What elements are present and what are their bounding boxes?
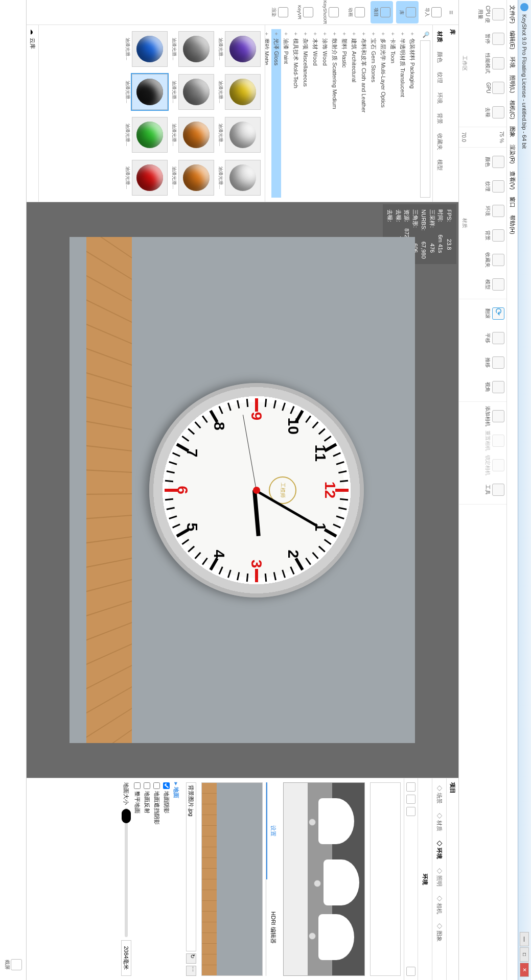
add-env-icon[interactable] [406,782,415,792]
hdri-light-1[interactable] [318,798,354,844]
menu-图象[interactable]: 图象 [507,123,517,140]
ribbon-工具[interactable]: 工具 [484,480,504,500]
ribbon-锁定相机[interactable]: 锁定相机 [484,455,504,475]
screenshot-button[interactable]: 截屏 [4,954,22,975]
tree-item[interactable]: 光泽 Gloss [271,29,281,198]
hdri-light-2[interactable] [324,859,359,905]
background-preview[interactable] [201,782,263,976]
trash-icon[interactable] [406,967,415,976]
close-button[interactable]: ✕ [520,963,529,977]
hdri-bulb-2[interactable] [314,880,321,887]
left-tab-KeyShotXR[interactable]: KeyShotXR [319,1,342,23]
tree-item[interactable]: 木材 Wood [310,29,320,198]
ribbon-推移[interactable]: 推移 [484,352,504,373]
ribbon-翻滚[interactable]: ⟳翻滚 [484,303,504,324]
lib-tab-环境[interactable]: 环境 [435,90,445,106]
material-thumb[interactable]: 油漆光滑… [171,29,214,69]
menu-环境[interactable]: 环境 [507,54,517,71]
tree-item[interactable]: 散射介质 Scattering Medium [330,29,339,198]
subtab-HDRI 编辑器[interactable]: HDRI 编辑器 [266,879,279,976]
tree-item[interactable]: 磨砂 Matte [265,29,271,198]
dup-env-icon[interactable] [406,795,415,804]
lib-tab-纹理[interactable]: 纹理 [435,70,445,85]
left-tab-KeyVR[interactable]: KeyVR [294,1,316,23]
left-tab-库[interactable]: 库 [396,1,419,23]
tree-item[interactable]: 塑料 Plastic [339,29,349,198]
ribbon-背景[interactable]: 背景 [484,225,504,246]
tree-item[interactable]: 油漆 Paint [281,29,291,198]
ribbon-性能模式[interactable]: 性能模式 [484,53,504,74]
project-tab-相机[interactable]: ◇ 相机 [434,893,444,917]
tree-item[interactable]: 布料和皮革 Cloth and Leather [359,29,368,198]
lib-tab-模型[interactable]: 模型 [435,157,445,173]
maximize-button[interactable]: □ [520,947,529,962]
material-thumb[interactable]: 油漆光滑… [217,29,261,69]
project-tab-照明[interactable]: ◇ 照明 [434,865,444,890]
search-icon[interactable]: 🔍 [420,29,430,40]
checkbox-地面遮挡阴影[interactable]: 地面遮挡阴影 [152,782,161,976]
material-thumb[interactable]: 油漆光滑… [217,158,261,198]
left-tab-动画[interactable]: 动画 [345,1,367,23]
lib-tab-收藏夹[interactable]: 收藏夹 [435,131,445,152]
material-thumb[interactable]: 油漆光滑… [124,158,168,198]
ribbon-平移[interactable]: 平移 [484,328,504,348]
project-tab-图象[interactable]: ◇ 图象 [434,920,444,945]
hdri-preview[interactable] [283,782,365,976]
tree-item[interactable]: 涂饰 Wood [320,29,330,198]
lib-tab-材质[interactable]: 材质 [435,29,445,44]
ribbon-重置相机[interactable]: 重置相机 [484,431,504,451]
hdri-bulb-3[interactable] [309,933,316,940]
ribbon-添加相机[interactable]: 添加相机 [484,406,504,426]
ribbon-GPU[interactable]: GPU [484,78,504,98]
material-thumb[interactable]: 油漆光滑… [124,29,168,69]
tree-item[interactable]: 包装材料 Packaging [407,29,417,198]
subtab-设置[interactable]: 设置 [266,782,279,879]
tree-item[interactable]: 建筑 Architectural [349,29,359,198]
menu-文件(F)[interactable]: 文件(F) [507,2,517,27]
menu-编辑(E)[interactable]: 编辑(E) [507,28,517,53]
ribbon-纹理[interactable]: 纹理 [484,176,504,197]
tree-item[interactable]: 宝石 Gem Stones [368,29,378,198]
left-tab-项目[interactable]: 项目 [371,1,393,23]
material-thumb[interactable]: 油漆光滑… [124,115,168,155]
project-tab-环境[interactable]: ◇ 环境 [434,838,444,862]
ribbon-视角[interactable]: 视角 [484,377,504,397]
material-thumb[interactable]: 油漆光滑… [171,72,214,112]
left-tab-导入[interactable]: 导入 [422,1,444,23]
menu-照明(L)[interactable]: 照明(L) [507,72,517,96]
menu-查看(V)[interactable]: 查看(V) [507,168,517,193]
ground-size-slider[interactable] [125,808,128,937]
minimize-button[interactable]: — [520,932,529,946]
ribbon-环境[interactable]: 环境 [484,201,504,221]
search-input[interactable] [420,40,430,198]
ribbon-去噪[interactable]: 去噪 [484,102,504,123]
hdri-light-3[interactable] [318,914,354,960]
tree-item[interactable]: 半透明材质 Translucent [398,29,407,198]
checkbox-地面反射[interactable]: 地面反射 [142,782,152,976]
material-thumb[interactable]: 油漆光滑… [217,115,261,155]
ribbon-模型[interactable]: 模型 [484,274,504,295]
material-thumb[interactable]: 油漆光滑… [171,158,214,198]
project-tab-场景[interactable]: ◇ 场景 [434,782,444,807]
ground-section-header[interactable]: ▸ 地面 [171,782,181,976]
project-tab-材质[interactable]: ◇ 材质 [434,810,444,834]
environment-list[interactable] [370,782,401,976]
menu-窗口[interactable]: 窗口 [507,194,517,211]
ribbon-颜色[interactable]: 颜色 [484,152,504,172]
ribbon-收藏夹[interactable]: 收藏夹 [484,250,504,270]
checkbox-整平地面[interactable]: 整平地面 [132,782,142,976]
lib-tab-背景[interactable]: 背景 [435,111,445,126]
hdri-bulb-1[interactable] [309,819,316,826]
tree-item[interactable]: 卡通 Toon [388,29,398,198]
ribbon-暂停[interactable]: 暂停 [484,29,504,49]
cloud-icon[interactable]: ☁ [29,29,36,35]
del-env-icon[interactable] [406,807,415,816]
tree-item[interactable]: 多层光学 Multi-Layer Optics [378,29,388,198]
material-thumb[interactable]: 油漆光滑… [171,115,214,155]
browse-bg-button[interactable]: ⋯ [186,966,196,976]
menu-icon[interactable]: ≡ [447,10,455,14]
ground-size-value[interactable] [121,940,131,976]
material-thumb[interactable]: 油漆光滑… [217,72,261,112]
lib-tab-颜色[interactable]: 颜色 [435,50,445,65]
material-tree[interactable]: 包装材料 Packaging半透明材质 Translucent卡通 Toon多层… [265,25,418,202]
